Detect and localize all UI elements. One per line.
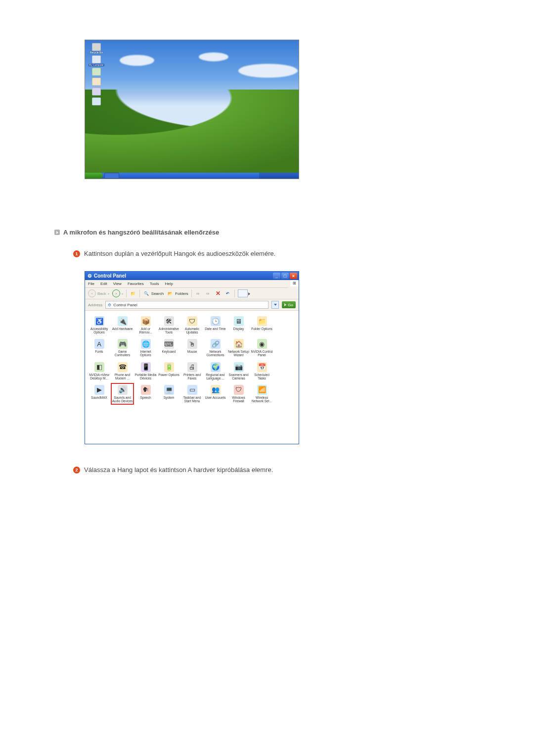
system-tray[interactable] <box>259 173 299 179</box>
cp-item-administrative-tools[interactable]: 🛠Administrative Tools <box>158 315 180 335</box>
cp-item-label: Windows Firewall <box>227 396 250 403</box>
cp-item-sounds-and-audio-devices[interactable]: 🔊Sounds and Audio Devices <box>111 383 134 404</box>
cp-item-speech[interactable]: 🗣Speech <box>134 383 157 404</box>
maximize-button[interactable]: □ <box>281 273 289 279</box>
cloud-decoration <box>238 64 298 78</box>
cp-item-date-and-time[interactable]: 🕒Date and Time <box>204 315 226 335</box>
cp-item-system[interactable]: 💻System <box>158 383 180 404</box>
cp-item-icon: 💻 <box>164 385 174 395</box>
cp-item-label: Sounds and Audio Devices <box>111 396 134 403</box>
cp-item-soundmax[interactable]: ▶SoundMAX <box>88 383 110 404</box>
forward-button[interactable]: › ▾ <box>112 289 123 297</box>
cp-item-label: Wireless Network Set... <box>251 396 273 403</box>
desktop-icon[interactable] <box>88 97 105 106</box>
cp-item-icon: 📶 <box>257 385 267 395</box>
search-button[interactable]: 🔍 Search <box>143 290 164 297</box>
step-1: 1 Kattintson duplán a vezérlőpult Hangok… <box>73 250 534 257</box>
toolbar-separator <box>191 289 192 297</box>
desktop-icon[interactable] <box>88 88 105 96</box>
copy-to-icon[interactable]: ⇨ <box>205 290 212 297</box>
go-button[interactable]: Go <box>282 301 296 308</box>
cp-item-label: Phone and Modem ... <box>111 373 134 380</box>
cp-item-folder-options[interactable]: 📁Folder Options <box>251 315 273 335</box>
up-folder-icon: 📁 <box>130 290 136 297</box>
address-dropdown-button[interactable] <box>271 301 279 309</box>
cp-item-nvidia-nview-desktop-m[interactable]: ◧NVIDIA nView Desktop M... <box>88 361 110 381</box>
cp-item-icon: 🔋 <box>164 362 174 372</box>
cp-item-game-controllers[interactable]: 🎮Game Controllers <box>111 337 134 358</box>
cp-item-icon: 🔊 <box>118 385 128 395</box>
search-label: Search <box>151 291 164 296</box>
cp-item-taskbar-and-start-menu[interactable]: ▭Taskbar and Start Menu <box>181 383 203 404</box>
cp-item-icon: 📷 <box>234 362 244 372</box>
menu-tools[interactable]: Tools <box>150 282 159 286</box>
toolbar-separator <box>234 289 235 297</box>
back-button[interactable]: ‹ Back ▾ <box>88 289 109 297</box>
close-button[interactable]: × <box>290 273 297 279</box>
desktop-icon[interactable] <box>88 78 105 86</box>
cp-item-internet-options[interactable]: 🌐Internet Options <box>134 337 157 358</box>
start-button[interactable] <box>85 173 103 179</box>
toolbar: ‹ Back ▾ › ▾ 📁 🔍 Search 📂 Folders ⇨ <box>85 288 299 299</box>
cp-item-scheduled-tasks[interactable]: 📅Scheduled Tasks <box>251 361 273 381</box>
cp-item-add-hardware[interactable]: 🔌Add Hardware <box>111 315 134 335</box>
cp-item-icon: 🎮 <box>118 339 128 349</box>
cp-item-label: Fonts <box>95 350 103 357</box>
desktop-icon[interactable] <box>88 68 105 76</box>
menu-edit[interactable]: Edit <box>100 282 107 286</box>
menu-view[interactable]: View <box>113 282 122 286</box>
wallpaper-hill <box>85 90 299 173</box>
cp-item-fonts[interactable]: AFonts <box>88 337 110 358</box>
cp-item-portable-media-devices[interactable]: 📱Portable Media Devices <box>134 361 157 381</box>
cp-item-printers-and-faxes[interactable]: 🖨Printers and Faxes <box>181 361 203 381</box>
cp-item-label: Add or Remov... <box>134 327 157 334</box>
taskbar-task[interactable] <box>104 173 119 179</box>
cp-item-user-accounts[interactable]: 👥User Accounts <box>204 383 226 404</box>
up-button[interactable]: 📁 <box>130 290 136 297</box>
cp-item-power-options[interactable]: 🔋Power Options <box>158 361 180 381</box>
cp-item-label: Keyboard <box>162 350 176 357</box>
toolbar-separator <box>126 289 127 297</box>
cp-item-icon: 📁 <box>257 316 267 326</box>
cp-item-automatic-updates[interactable]: 🛡Automatic Updates <box>181 315 203 335</box>
cp-item-icon: 🖨 <box>187 362 197 372</box>
address-field[interactable]: ⚙ Control Panel <box>105 301 268 309</box>
desktop-icon-my-computer[interactable]: My Computer <box>88 55 105 66</box>
desktop-icon-recycle-bin[interactable]: Recycle Bin <box>88 43 105 54</box>
menu-favorites[interactable]: Favorites <box>128 282 144 286</box>
step-number-badge: 1 <box>73 250 80 257</box>
cp-item-label: Printers and Faxes <box>181 373 203 380</box>
cp-item-icon: ▭ <box>187 385 197 395</box>
cp-item-phone-and-modem[interactable]: ☎Phone and Modem ... <box>111 361 134 381</box>
forward-icon: › <box>112 289 120 297</box>
cp-item-accessibility-options[interactable]: ♿Accessibility Options <box>88 315 110 335</box>
address-bar: Address ⚙ Control Panel Go <box>85 299 299 311</box>
cp-item-windows-firewall[interactable]: 🛡Windows Firewall <box>227 383 250 404</box>
folders-label: Folders <box>175 291 188 296</box>
generic-icon <box>92 97 101 105</box>
folders-button[interactable]: 📂 Folders <box>167 290 188 297</box>
cp-item-network-setup-wizard[interactable]: 🏠Network Setup Wizard <box>227 337 250 358</box>
cp-item-keyboard[interactable]: ⌨Keyboard <box>158 337 180 358</box>
move-to-icon[interactable]: ⇨ <box>195 290 202 297</box>
cp-item-scanners-and-cameras[interactable]: 📷Scanners and Cameras <box>227 361 250 381</box>
delete-icon[interactable]: ✕ <box>215 290 222 297</box>
cp-item-icon: 📱 <box>141 362 151 372</box>
cp-item-icon: 🗣 <box>141 385 151 395</box>
control-panel-window: ⚙ Control Panel _ □ × File Edit View Fav… <box>85 271 299 444</box>
views-button[interactable] <box>238 289 248 297</box>
cp-item-display[interactable]: 🖥Display <box>227 315 250 335</box>
menu-file[interactable]: File <box>88 282 94 286</box>
cp-item-wireless-network-set[interactable]: 📶Wireless Network Set... <box>251 383 273 404</box>
cp-item-nvidia-control-panel[interactable]: ◉NVIDIA Control Panel <box>251 337 273 358</box>
cp-item-mouse[interactable]: 🖱Mouse <box>181 337 203 358</box>
undo-icon[interactable]: ↶ <box>224 290 231 297</box>
minimize-button[interactable]: _ <box>273 273 280 279</box>
cp-item-label: Folder Options <box>251 327 272 334</box>
menu-help[interactable]: Help <box>165 282 173 286</box>
window-titlebar[interactable]: ⚙ Control Panel _ □ × <box>85 272 299 280</box>
cp-item-add-or-remov[interactable]: 📦Add or Remov... <box>134 315 157 335</box>
cp-item-network-connections[interactable]: 🔗Network Connections <box>204 337 226 358</box>
cp-item-label: Internet Options <box>134 350 157 357</box>
cp-item-regional-and-language[interactable]: 🌍Regional and Language ... <box>204 361 226 381</box>
